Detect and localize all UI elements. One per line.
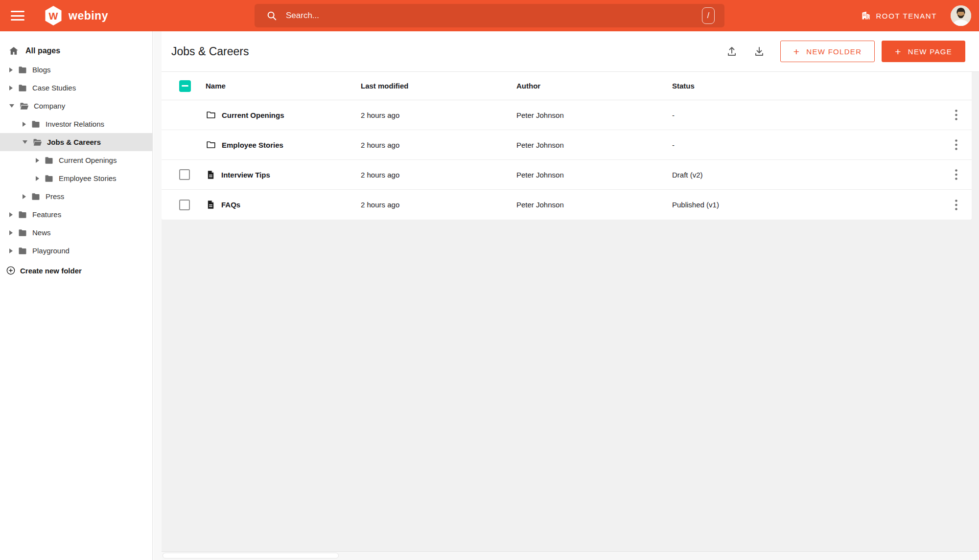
caret-right-icon[interactable] [36,158,39,163]
new-page-button[interactable]: + NEW PAGE [882,41,965,62]
row-author: Peter Johnson [516,201,672,209]
table-row[interactable]: Current Openings 2 hours ago Peter Johns… [162,100,972,130]
row-actions-menu[interactable] [949,107,963,123]
column-header-status[interactable]: Status [672,82,940,90]
row-name: FAQs [221,201,240,209]
row-modified: 2 hours ago [361,141,516,149]
horizontal-scrollbar[interactable] [162,551,979,560]
create-new-folder-button[interactable]: Create new folder [0,263,152,278]
sidebar-item-label: Case Studies [32,84,76,92]
document-icon [206,200,216,210]
sidebar-item-current-openings[interactable]: Current Openings [0,151,152,169]
search-bar[interactable]: / [255,4,724,27]
new-folder-label: NEW FOLDER [806,47,862,56]
new-folder-button[interactable]: + NEW FOLDER [780,41,875,62]
row-actions-menu[interactable] [949,197,963,213]
row-checkbox[interactable] [179,169,190,180]
sidebar-item-jobs-careers[interactable]: Jobs & Careers [0,133,152,151]
folder-icon [44,156,54,165]
sidebar-item-label: Employee Stories [59,174,117,182]
caret-down-icon[interactable] [9,104,14,108]
topbar: W webiny / ROOT TENANT [0,0,979,31]
folder-icon [18,246,27,256]
caret-right-icon[interactable] [36,176,39,181]
sidebar-item-company[interactable]: Company [0,97,152,115]
pages-table: Name Last modified Author Status Current… [162,72,972,220]
menu-icon[interactable] [11,11,24,21]
caret-right-icon[interactable] [9,230,13,235]
caret-right-icon[interactable] [9,86,13,90]
column-header-modified[interactable]: Last modified [361,82,516,90]
table-header-row: Name Last modified Author Status [162,72,972,100]
caret-right-icon[interactable] [9,67,13,72]
svg-text:W: W [49,11,58,22]
create-folder-label: Create new folder [20,267,82,275]
table-row[interactable]: Interview Tips 2 hours ago Peter Johnson… [162,160,972,190]
folder-icon [31,119,41,129]
plus-icon: + [895,46,902,57]
folder-open-icon [19,101,29,111]
row-modified: 2 hours ago [361,171,516,179]
sidebar-item-label: Features [32,210,61,219]
caret-down-icon[interactable] [23,140,27,144]
main-content: Jobs & Careers + NEW FOLDER + NEW PAGE N… [162,31,979,560]
folders-sidebar: All pages Blogs Case Studies Company Inv… [0,31,153,560]
row-name: Interview Tips [221,171,270,179]
caret-right-icon[interactable] [23,194,26,199]
sidebar-item-label: Company [34,102,65,110]
row-modified: 2 hours ago [361,201,516,209]
row-modified: 2 hours ago [361,111,516,119]
column-header-author[interactable]: Author [516,82,672,90]
row-status: Published (v1) [672,201,940,209]
caret-right-icon[interactable] [23,122,26,127]
sidebar-item-blogs[interactable]: Blogs [0,61,152,79]
caret-right-icon[interactable] [9,248,13,253]
select-all-checkbox[interactable] [179,80,191,92]
brand-wordmark: webiny [69,9,108,22]
sidebar-item-features[interactable]: Features [0,205,152,224]
column-header-name[interactable]: Name [206,82,361,90]
webiny-logo[interactable]: W webiny [44,5,108,26]
download-icon [753,45,765,57]
table-row[interactable]: FAQs 2 hours ago Peter Johnson Published… [162,190,972,220]
row-checkbox[interactable] [179,200,190,210]
kebab-icon [955,110,957,120]
caret-right-icon[interactable] [9,212,13,217]
sidebar-item-investor-relations[interactable]: Investor Relations [0,115,152,133]
sidebar-item-press[interactable]: Press [0,187,152,205]
building-icon [861,11,871,21]
sidebar-item-employee-stories[interactable]: Employee Stories [0,169,152,187]
export-button[interactable] [749,41,769,62]
row-status: - [672,141,940,149]
sidebar-item-all-pages[interactable]: All pages [0,41,152,61]
import-button[interactable] [722,41,742,62]
row-actions-menu[interactable] [949,166,963,183]
sidebar-item-label: Investor Relations [46,120,104,128]
webiny-hexagon-icon: W [44,5,63,26]
tenant-selector[interactable]: ROOT TENANT [861,11,937,21]
page-title: Jobs & Careers [171,45,249,58]
sidebar-item-playground[interactable]: Playground [0,242,152,260]
folder-icon [18,210,27,220]
sidebar-item-case-studies[interactable]: Case Studies [0,79,152,97]
folder-icon [18,65,27,75]
sidebar-item-news[interactable]: News [0,224,152,242]
search-input[interactable] [286,11,690,21]
row-status: - [672,111,940,119]
table-row[interactable]: Employee Stories 2 hours ago Peter Johns… [162,130,972,160]
scrollbar-thumb[interactable] [163,553,339,559]
folder-open-icon [32,137,42,147]
sidebar-item-label: News [32,228,51,237]
avatar[interactable] [951,5,971,26]
tenant-label: ROOT TENANT [876,12,937,20]
kebab-icon [955,200,957,210]
row-status: Draft (v2) [672,171,940,179]
page-header: Jobs & Careers + NEW FOLDER + NEW PAGE [162,31,979,72]
sidebar-item-label: Current Openings [59,156,117,164]
sidebar-content-gutter [153,31,162,560]
search-icon [266,10,277,21]
kebab-icon [955,169,957,180]
sidebar-item-label: Playground [32,246,70,255]
row-actions-menu[interactable] [949,136,963,153]
sidebar-item-label: Press [46,192,64,201]
